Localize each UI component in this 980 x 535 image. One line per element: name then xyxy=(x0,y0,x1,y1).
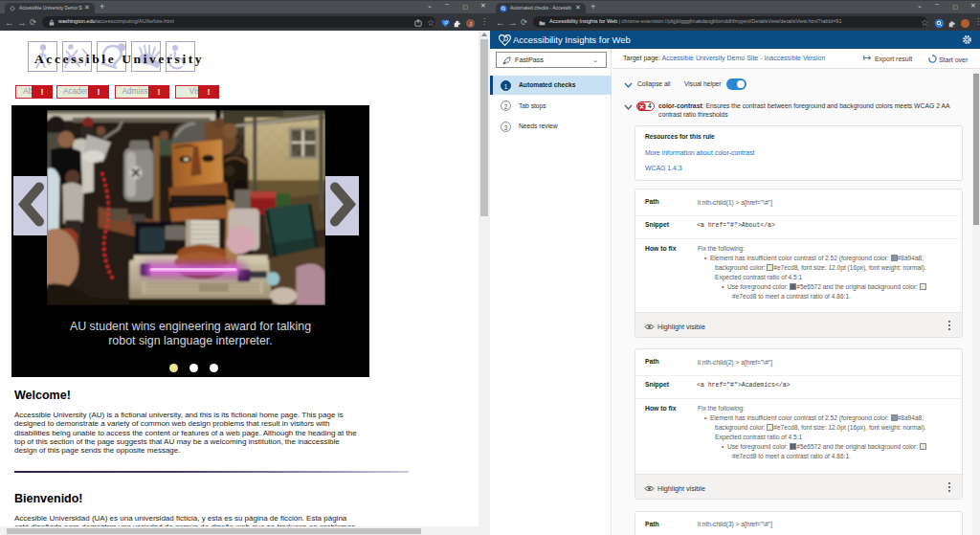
svg-text:J: J xyxy=(469,20,472,26)
